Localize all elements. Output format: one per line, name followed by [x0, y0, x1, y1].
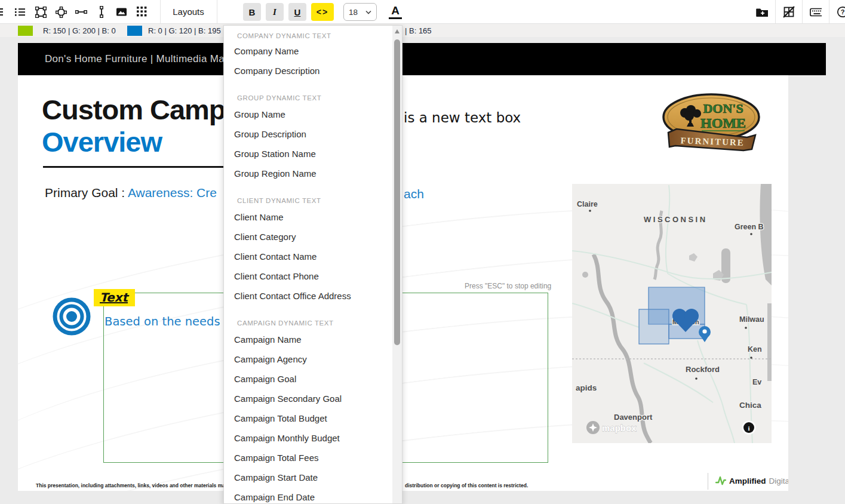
toolbar-left-icons [0, 0, 148, 24]
horizontal-line-icon[interactable] [75, 6, 87, 18]
slide-header-title: Don's Home Furniture | Multimedia Mark [45, 43, 233, 75]
vertical-line-icon[interactable] [96, 6, 107, 18]
brand-name-bold: Amplified [729, 477, 766, 485]
color-underline [389, 17, 402, 20]
title-underline-rule [43, 166, 223, 168]
grid-dots-icon[interactable] [136, 6, 148, 18]
text-color-button[interactable]: A [389, 5, 402, 20]
grid-disabled-icon[interactable] [783, 6, 795, 18]
dropdown-item-client-category[interactable]: Client Category [224, 227, 392, 247]
dropdown-item-group-name[interactable]: Group Name [224, 105, 392, 124]
add-folder-icon[interactable] [756, 6, 768, 18]
italic-button[interactable]: I [266, 3, 284, 21]
map-label-evanston: Ev [752, 378, 761, 386]
dropdown-item-group-region-name[interactable]: Group Region Name [224, 164, 392, 183]
brand-name-light: Digital [769, 477, 788, 485]
map-label-green-bay: Green B [735, 223, 764, 231]
body-text[interactable]: Based on the needs [105, 315, 220, 328]
highlighted-text-label[interactable]: Text [94, 289, 135, 306]
dropdown-item-campaign-total-budget[interactable]: Campaign Total Budget [224, 408, 392, 428]
slide-title-line1[interactable]: Custom Camp [42, 93, 226, 126]
scrollbar-up-arrow[interactable] [395, 29, 400, 33]
dynamic-text-button[interactable]: <> [311, 3, 334, 21]
selection-frame-icon[interactable] [35, 6, 47, 18]
dropdown-section-header-company: COMPANY DYNAMIC TEXT [224, 26, 392, 41]
footer-brand-divider [708, 473, 708, 490]
logo-line1: DON'S [703, 101, 743, 116]
dropdown-item-campaign-name[interactable]: Campaign Name [224, 330, 392, 349]
format-group: B I U <> 18 A [243, 3, 402, 21]
toolbar-divider [775, 0, 776, 24]
green-swatch[interactable] [18, 26, 33, 36]
toolbar-right-icons: ? [749, 0, 843, 24]
esc-hint: Press "ESC" to stop editing [465, 282, 551, 290]
dropdown-item-group-description[interactable]: Group Description [224, 124, 392, 144]
dynamic-text-dropdown: COMPANY DYNAMIC TEXT Company Name Compan… [223, 25, 402, 504]
dropdown-item-group-station-name[interactable]: Group Station Name [224, 144, 392, 164]
goal-label: Primary Goal : [45, 186, 128, 199]
dropdown-scrollbar[interactable] [392, 26, 402, 504]
map-label-milwaukee: Milwau [739, 315, 764, 324]
menu-icon[interactable] [0, 6, 6, 18]
highlighted-county [639, 309, 669, 344]
dropdown-item-campaign-goal[interactable]: Campaign Goal [224, 369, 392, 389]
svg-text:i: i [748, 425, 749, 432]
slide-page: Custom Camp Overview is a new text box P… [18, 75, 788, 491]
dropdown-item-client-contact-phone[interactable]: Client Contact Phone [224, 266, 392, 286]
map-label-kenosha: Ken [748, 345, 762, 354]
image-icon[interactable] [116, 6, 128, 18]
dropdown-item-campaign-monthly-budget[interactable]: Campaign Monthly Budget [224, 428, 392, 448]
toolbar-divider [829, 0, 829, 24]
dropdown-item-campaign-agency[interactable]: Campaign Agency [224, 349, 392, 369]
amplified-digital-logo: Amplified Digital [715, 475, 788, 486]
chevron-down-icon [365, 10, 371, 14]
map-label-eau-claire: Claire [577, 200, 598, 208]
top-toolbar: Layouts B I U <> 18 A [0, 0, 845, 24]
dropdown-section-header-group: GROUP DYNAMIC TEXT [224, 81, 392, 105]
bold-button[interactable]: B [243, 3, 261, 21]
dropdown-section-header-client: CLIENT DYNAMIC TEXT [224, 183, 392, 207]
dropdown-item-campaign-start-date[interactable]: Campaign Start Date [224, 468, 392, 487]
scrollbar-thumb[interactable] [394, 39, 400, 345]
help-icon[interactable]: ? [837, 6, 845, 18]
new-text-box-text[interactable]: is a new text box [404, 110, 521, 125]
slide-header-bar: Don's Home Furniture | Multimedia Mark [18, 43, 826, 75]
font-size-select[interactable]: 18 [343, 3, 377, 21]
dropdown-item-campaign-end-date[interactable]: Campaign End Date [224, 487, 392, 504]
dropdown-item-campaign-total-fees[interactable]: Campaign Total Fees [224, 448, 392, 468]
dropdown-item-client-contact-office-address[interactable]: Client Contact Office Address [224, 286, 392, 306]
pulse-icon [715, 475, 726, 486]
bullseye-icon [53, 297, 91, 338]
dons-home-furniture-logo: DON'S HOME FURNITURE [660, 93, 763, 160]
coverage-map: Madison WISCONSIN Claire Green B [572, 184, 772, 445]
dropdown-list: COMPANY DYNAMIC TEXT Company Name Compan… [224, 26, 392, 504]
underline-button[interactable]: U [288, 3, 306, 21]
toolbar-divider [217, 0, 217, 24]
font-size-value: 18 [349, 8, 358, 17]
map-label-davenport: Davenport [614, 413, 653, 422]
dropdown-item-client-contact-name[interactable]: Client Contact Name [224, 247, 392, 266]
toolbar-divider [802, 0, 803, 24]
map-label-chicago: Chica [739, 401, 761, 410]
footer-disclaimer-left: This presentation, including attachments… [36, 483, 238, 488]
footer-disclaimer-right: distribution or copying of this content … [405, 483, 528, 488]
bullet-list-icon[interactable] [14, 6, 26, 18]
campaign-editor-app: Layouts B I U <> 18 A [0, 0, 845, 504]
slide-title-line2[interactable]: Overview [42, 125, 162, 158]
map-info-button[interactable]: i [742, 421, 756, 435]
dropdown-item-company-description[interactable]: Company Description [224, 61, 392, 81]
blue-swatch[interactable] [127, 26, 142, 36]
primary-goal-line[interactable]: Primary Goal : Awareness: Cre [45, 186, 217, 200]
svg-text:?: ? [841, 8, 845, 16]
dropdown-item-client-name[interactable]: Client Name [224, 207, 392, 227]
keyboard-icon[interactable] [810, 6, 822, 18]
goal-value: Awareness: Cre [128, 186, 217, 199]
dropdown-item-campaign-secondary-goal[interactable]: Campaign Secondary Goal [224, 389, 392, 408]
anchor-point-icon[interactable] [55, 6, 67, 18]
layouts-button[interactable]: Layouts [160, 0, 217, 24]
dropdown-item-company-name[interactable]: Company Name [224, 41, 392, 61]
green-swatch-label: R: 150 | G: 200 | B: 0 [43, 26, 116, 35]
logo-line2: HOME [700, 115, 746, 131]
mapbox-logo[interactable]: mapbox [586, 421, 637, 434]
map-label-wisconsin: WISCONSIN [644, 215, 708, 224]
